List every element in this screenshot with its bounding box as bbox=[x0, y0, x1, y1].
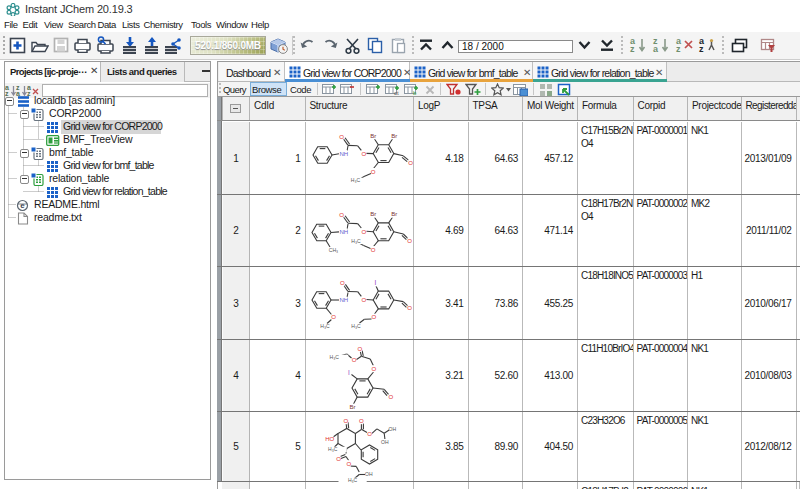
svg-text:O: O bbox=[361, 229, 366, 235]
svg-text:O: O bbox=[351, 357, 356, 363]
svg-text:O: O bbox=[367, 431, 372, 437]
svg-text:O: O bbox=[359, 418, 364, 424]
svg-text:O: O bbox=[343, 418, 348, 424]
svg-text:O: O bbox=[357, 346, 362, 352]
svg-text:CH₃: CH₃ bbox=[328, 247, 337, 253]
svg-text:H₃C: H₃C bbox=[347, 477, 357, 483]
svg-text:OH: OH bbox=[388, 426, 396, 432]
svg-text:OH: OH bbox=[365, 471, 373, 477]
svg-text:I: I bbox=[347, 369, 349, 376]
svg-text:O: O bbox=[336, 456, 341, 462]
svg-text:H₃C: H₃C bbox=[329, 354, 339, 360]
svg-text:I: I bbox=[374, 279, 376, 286]
svg-text:O: O bbox=[361, 151, 366, 157]
svg-text:O: O bbox=[407, 305, 412, 311]
svg-text:NH: NH bbox=[339, 229, 348, 235]
svg-text:NH: NH bbox=[339, 151, 348, 157]
svg-text:O: O bbox=[331, 314, 336, 320]
svg-text:O: O bbox=[388, 394, 393, 400]
svg-text:O: O bbox=[346, 461, 351, 467]
svg-text:Br: Br bbox=[391, 133, 397, 139]
svg-text:H₃C: H₃C bbox=[351, 323, 361, 329]
svg-text:O: O bbox=[407, 238, 412, 244]
svg-text:Br: Br bbox=[391, 211, 397, 217]
svg-text:H₃C: H₃C bbox=[320, 323, 330, 329]
svg-text:OH: OH bbox=[381, 439, 389, 445]
svg-text:O: O bbox=[339, 212, 344, 218]
svg-text:Br: Br bbox=[370, 211, 376, 217]
svg-text:O: O bbox=[370, 169, 375, 175]
svg-text:H₃C: H₃C bbox=[350, 177, 360, 183]
svg-text:O: O bbox=[361, 297, 366, 303]
svg-text:Br: Br bbox=[349, 404, 355, 410]
svg-text:O: O bbox=[370, 247, 375, 253]
svg-text:e: e bbox=[20, 201, 25, 210]
svg-text:O: O bbox=[339, 280, 344, 286]
svg-text:HO: HO bbox=[325, 436, 334, 442]
svg-text:O: O bbox=[339, 134, 344, 140]
svg-text:O: O bbox=[371, 366, 376, 372]
svg-text:H₃C: H₃C bbox=[351, 238, 361, 244]
svg-text:NH: NH bbox=[339, 297, 348, 303]
svg-text:H₃C: H₃C bbox=[328, 446, 338, 452]
svg-text:O: O bbox=[408, 160, 413, 166]
svg-text:Br: Br bbox=[370, 133, 376, 139]
svg-text:O: O bbox=[371, 314, 376, 320]
